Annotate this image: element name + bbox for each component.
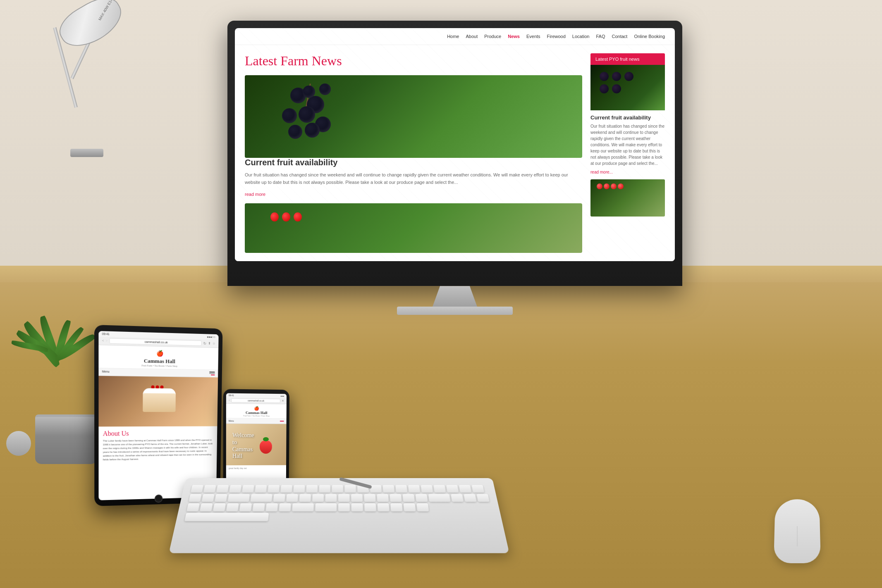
read-more-link[interactable]: read more bbox=[245, 192, 265, 197]
key-equals[interactable] bbox=[215, 494, 227, 502]
article-title: Current fruit availability bbox=[245, 158, 582, 167]
key-a[interactable] bbox=[451, 494, 464, 502]
iphone-close-icon[interactable]: ✕ bbox=[282, 399, 284, 402]
key-f6[interactable] bbox=[268, 485, 280, 493]
key-t[interactable] bbox=[325, 494, 337, 502]
ipad-about-text: The Luker family have been farming at Ca… bbox=[98, 438, 217, 462]
imac-stand bbox=[430, 286, 480, 307]
lamp-base bbox=[70, 149, 103, 157]
key-z[interactable] bbox=[338, 503, 350, 512]
lamp-bulb-label: MAX 40W E14 bbox=[98, 0, 113, 21]
key-0[interactable] bbox=[189, 494, 201, 502]
key-5[interactable] bbox=[421, 485, 433, 493]
sidebar-second-image bbox=[590, 179, 665, 217]
key-k[interactable] bbox=[239, 503, 252, 512]
key-tab[interactable] bbox=[251, 494, 272, 502]
dark-berry bbox=[624, 72, 633, 81]
berry bbox=[282, 108, 297, 123]
key-q[interactable] bbox=[273, 494, 285, 502]
iphone-site-nav[interactable]: Menu bbox=[226, 418, 287, 424]
berry bbox=[303, 86, 315, 98]
ipad-bookmark-icon[interactable]: ☆ bbox=[213, 342, 215, 345]
iphone-address-bar[interactable]: < cammashall.co.uk ✕ bbox=[226, 398, 287, 405]
key-9[interactable] bbox=[471, 485, 484, 493]
key-4[interactable] bbox=[408, 485, 420, 493]
ipad-forward-icon[interactable]: > bbox=[106, 339, 108, 343]
key-f5[interactable] bbox=[255, 485, 267, 493]
key-f7[interactable] bbox=[280, 485, 292, 493]
key-g[interactable] bbox=[200, 503, 213, 512]
key-6[interactable] bbox=[433, 485, 446, 493]
sidebar-read-more-link[interactable]: read more... bbox=[590, 170, 665, 174]
red-berry bbox=[270, 212, 279, 221]
key-e[interactable] bbox=[299, 494, 311, 502]
sidebar-article-title: Current fruit availability bbox=[590, 114, 665, 121]
key-lbracket[interactable] bbox=[403, 494, 415, 502]
key-d[interactable] bbox=[477, 494, 490, 502]
key-esc[interactable] bbox=[191, 485, 203, 493]
ipad-menu-label[interactable]: Menu bbox=[102, 370, 110, 374]
key-2[interactable] bbox=[383, 485, 394, 493]
key-l[interactable] bbox=[253, 503, 265, 512]
sidebar-heading: Latest PYO fruit news bbox=[590, 53, 665, 65]
key-f10[interactable] bbox=[319, 485, 330, 493]
apple-magic-mouse[interactable] bbox=[774, 499, 821, 563]
iphone-back-icon[interactable]: < bbox=[229, 399, 230, 402]
key-r[interactable] bbox=[312, 494, 324, 502]
key-i[interactable] bbox=[364, 494, 375, 502]
key-7[interactable] bbox=[446, 485, 459, 493]
key-n[interactable] bbox=[404, 503, 416, 512]
iphone-menu-label[interactable]: Menu bbox=[229, 419, 234, 422]
apple-keyboard[interactable] bbox=[169, 478, 509, 553]
key-h[interactable] bbox=[213, 503, 226, 512]
key-1[interactable] bbox=[370, 485, 382, 493]
key-b[interactable] bbox=[390, 503, 402, 512]
berry bbox=[299, 106, 315, 123]
ipad-url-field[interactable]: cammashall.co.uk bbox=[109, 338, 201, 346]
page-title: Latest Farm News bbox=[245, 53, 582, 69]
key-f4[interactable] bbox=[242, 485, 254, 493]
key-y[interactable] bbox=[338, 494, 350, 502]
ipad-home-button[interactable] bbox=[155, 495, 163, 503]
key-3[interactable] bbox=[395, 485, 407, 493]
key-shift-left[interactable] bbox=[315, 503, 337, 512]
key-return[interactable] bbox=[292, 503, 314, 512]
cake-body bbox=[143, 393, 176, 412]
key-f8[interactable] bbox=[293, 485, 305, 493]
key-f1[interactable] bbox=[203, 485, 216, 493]
iphone-hero-text: Welcome to Cammas Hall bbox=[232, 432, 254, 460]
berry bbox=[288, 125, 302, 139]
ipad-back-icon[interactable]: < bbox=[102, 339, 104, 343]
ipad-share-icon[interactable]: ⬆ bbox=[208, 342, 211, 345]
ipad-reload-icon[interactable]: ↻ bbox=[203, 341, 207, 345]
red-berries-cluster bbox=[270, 212, 303, 224]
key-rbracket[interactable] bbox=[416, 494, 428, 502]
key-space[interactable] bbox=[184, 513, 269, 521]
key-s[interactable] bbox=[464, 494, 476, 502]
key-f12[interactable] bbox=[344, 485, 356, 493]
key-f3[interactable] bbox=[229, 485, 241, 493]
key-v[interactable] bbox=[378, 503, 390, 512]
key-semicolon[interactable] bbox=[266, 503, 278, 512]
key-f2[interactable] bbox=[216, 485, 229, 493]
key-o[interactable] bbox=[377, 494, 389, 502]
key-minus[interactable] bbox=[202, 494, 215, 502]
key-backspace[interactable] bbox=[228, 494, 250, 502]
key-8[interactable] bbox=[459, 485, 471, 493]
key-j[interactable] bbox=[226, 503, 239, 512]
key-f9[interactable] bbox=[306, 485, 318, 493]
key-f[interactable] bbox=[186, 503, 200, 512]
key-w[interactable] bbox=[286, 494, 298, 502]
key-caps[interactable] bbox=[428, 494, 451, 502]
key-u[interactable] bbox=[351, 494, 363, 502]
key-p[interactable] bbox=[390, 494, 402, 502]
iphone-menu-indicator bbox=[280, 421, 284, 421]
key-m[interactable] bbox=[416, 503, 429, 512]
key-quote[interactable] bbox=[279, 503, 291, 512]
key-f11[interactable] bbox=[332, 485, 343, 493]
iphone-url-field[interactable]: cammashall.co.uk bbox=[231, 398, 280, 403]
plant-pot bbox=[35, 414, 97, 464]
key-x[interactable] bbox=[351, 503, 363, 512]
key-c[interactable] bbox=[364, 503, 376, 512]
iphone-signal: ●●● bbox=[280, 395, 284, 397]
